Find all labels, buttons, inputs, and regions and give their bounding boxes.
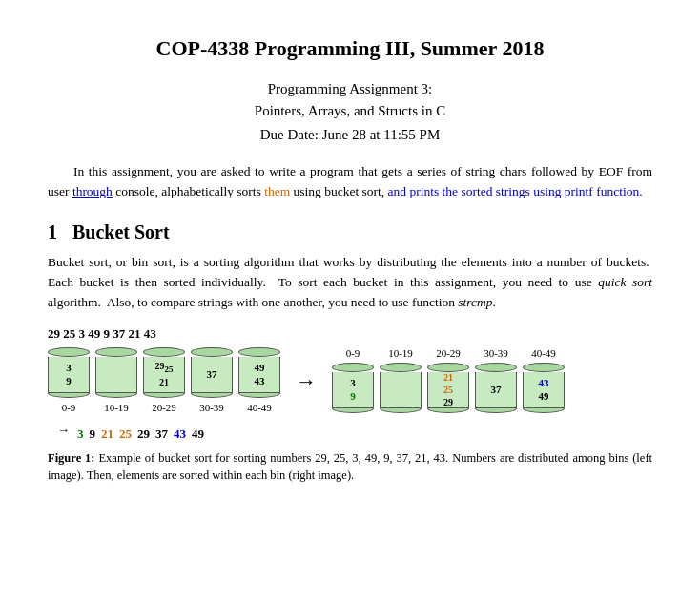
- right-cyl-body-0-9: 3 9: [332, 372, 374, 408]
- result-29: 29: [137, 427, 150, 442]
- quicksort-italic: quick sort: [598, 275, 652, 289]
- cyl-top-0-9: [48, 347, 90, 357]
- bucket-20-29: 292521 20-29: [143, 347, 185, 413]
- cyl-top-40-49: [238, 347, 280, 357]
- cyl-body-20-29: 292521: [143, 357, 185, 393]
- bucket-label-10-19: 10-19: [104, 402, 129, 413]
- right-cyl-content-0-9: 3 9: [350, 374, 356, 406]
- subtitle-line2: Pointers, Arrays, and Structs in C: [255, 103, 445, 118]
- cylinder-0-9: 39: [48, 347, 90, 398]
- caption-label: Figure 1:: [48, 451, 95, 465]
- cylinder-20-29: 292521: [143, 347, 185, 398]
- cyl-content-20-29: 292521: [155, 358, 174, 390]
- right-cyl-body-10-19: [380, 372, 422, 408]
- word-this: this: [410, 275, 429, 289]
- intro-through: through: [72, 184, 113, 198]
- right-cyl-top-30-39: [475, 363, 517, 372]
- right-cyl-body-30-39: 37: [475, 372, 517, 408]
- cyl-body-10-19: [95, 357, 137, 393]
- right-buckets-row: 3 9: [332, 363, 565, 413]
- val-37: 37: [491, 384, 502, 395]
- right-cylinder-30-39: 37: [475, 363, 517, 413]
- val-25: 25: [443, 385, 453, 395]
- intro-paragraph: In this assignment, you are asked to wri…: [48, 162, 652, 202]
- cyl-body-30-39: 37: [191, 357, 233, 393]
- right-cyl-top-20-29: [427, 363, 469, 372]
- result-21: 21: [101, 427, 113, 442]
- right-label-30-39: 30-39: [475, 347, 517, 359]
- cylinder-40-49: 4943: [238, 347, 280, 398]
- right-bucket-10-19: [380, 363, 422, 413]
- cyl-body-40-49: 4943: [238, 357, 280, 393]
- right-label-40-49: 40-49: [523, 347, 565, 359]
- val-49: 49: [539, 390, 549, 402]
- right-cylinder-20-29: 21 25 29: [427, 363, 469, 413]
- section-title: Bucket Sort: [72, 221, 170, 242]
- strcmp-italic: strcmp: [458, 295, 492, 309]
- right-cyl-body-40-49: 43 49: [523, 372, 565, 408]
- right-label-10-19: 10-19: [380, 347, 422, 359]
- cyl-top-20-29: [143, 347, 185, 357]
- right-bucket-0-9: 3 9: [332, 363, 374, 413]
- left-numbers-label: 29 25 3 49 9 37 21 43: [48, 326, 156, 342]
- caption-text: Example of bucket sort for sorting numbe…: [48, 451, 652, 483]
- bucket-label-20-29: 20-29: [152, 402, 176, 413]
- right-bucket-30-39: 37: [475, 363, 517, 413]
- cylinder-10-19: [95, 347, 137, 398]
- bucket-0-9: 39 0-9: [48, 347, 90, 413]
- right-cylinder-10-19: [380, 363, 422, 413]
- section-heading: 1Bucket Sort: [48, 221, 652, 243]
- intro-blue: and prints the sorted strings using prin…: [388, 184, 643, 198]
- val-21: 21: [443, 372, 453, 383]
- bucket-label-30-39: 30-39: [199, 402, 224, 413]
- val-29: 29: [443, 397, 453, 407]
- right-cyl-content-40-49: 43 49: [539, 374, 549, 406]
- cyl-content-0-9: 39: [66, 359, 72, 390]
- right-label-20-29: 20-29: [427, 347, 469, 359]
- right-bucket-40-49: 43 49: [523, 363, 565, 413]
- intro-them: them: [264, 184, 290, 198]
- right-cyl-body-20-29: 21 25 29: [427, 372, 469, 408]
- result-3: 3: [77, 427, 84, 442]
- right-cylinder-0-9: 3 9: [332, 363, 374, 413]
- right-labels-row: 0-9 10-19 20-29 30-39 40-49: [332, 347, 565, 359]
- sorted-result-row: 3 9 21 25 29 37 43 49: [77, 427, 204, 442]
- left-figure: 29 25 3 49 9 37 21 43 39 0-9: [48, 326, 280, 413]
- bucket-40-49: 4943 40-49: [238, 347, 280, 413]
- due-date: Due Date: June 28 at 11:55 PM: [48, 127, 652, 143]
- bucket-label-0-9: 0-9: [62, 402, 76, 413]
- right-arrow-icon: →: [296, 369, 317, 394]
- figure-row: 29 25 3 49 9 37 21 43 39 0-9: [48, 326, 565, 413]
- right-cyl-top-10-19: [380, 363, 422, 372]
- arrow-container: →: [296, 369, 317, 413]
- bucket-label-40-49: 40-49: [247, 402, 272, 413]
- cyl-content-30-39: 37: [207, 365, 217, 383]
- section-number: 1: [48, 221, 57, 242]
- cyl-content-40-49: 4943: [255, 359, 265, 390]
- sorted-arrow-icon: →: [57, 423, 70, 438]
- result-25: 25: [119, 427, 132, 442]
- bucket-10-19: 10-19: [95, 347, 137, 413]
- val-9: 9: [350, 390, 356, 402]
- cyl-body-0-9: 39: [48, 357, 90, 393]
- section-body: Bucket sort, or bin sort, is a sorting a…: [48, 253, 652, 313]
- right-cyl-top-40-49: [523, 363, 565, 372]
- right-bucket-20-29: 21 25 29: [427, 363, 469, 413]
- right-cyl-top-0-9: [332, 363, 374, 372]
- right-cylinder-40-49: 43 49: [523, 363, 565, 413]
- cyl-top-10-19: [95, 347, 137, 357]
- result-49: 49: [192, 427, 204, 442]
- subtitle-line1: Programming Assignment 3:: [268, 81, 433, 96]
- sorted-result-container: → 3 9 21 25 29 37 43 49: [57, 419, 204, 442]
- cyl-top-30-39: [191, 347, 233, 357]
- result-37: 37: [155, 427, 168, 442]
- val-43: 43: [539, 377, 549, 388]
- right-cyl-content-30-39: 37: [491, 381, 502, 398]
- result-9: 9: [90, 427, 96, 442]
- left-buckets-row: 39 0-9 10-19: [48, 347, 280, 413]
- right-cyl-content-20-29: 21 25 29: [443, 369, 453, 410]
- page-title: COP-4338 Programming III, Summer 2018: [48, 36, 652, 61]
- subtitle: Programming Assignment 3: Pointers, Arra…: [48, 78, 652, 121]
- val-3: 3: [350, 377, 356, 388]
- figure-area: 29 25 3 49 9 37 21 43 39 0-9: [48, 326, 652, 486]
